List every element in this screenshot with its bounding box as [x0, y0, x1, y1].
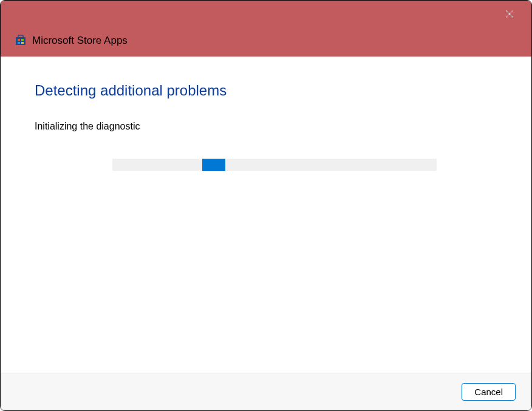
- cancel-button[interactable]: Cancel: [462, 383, 516, 401]
- svg-rect-2: [16, 37, 26, 45]
- close-icon: [505, 10, 514, 21]
- app-title: Microsoft Store Apps: [32, 35, 128, 47]
- svg-rect-6: [21, 42, 24, 44]
- page-heading: Detecting additional problems: [35, 82, 497, 99]
- footer: Cancel: [1, 373, 531, 410]
- svg-rect-3: [18, 39, 20, 41]
- progress-bar: [112, 159, 437, 171]
- progress-indicator: [202, 159, 225, 171]
- store-icon: [15, 35, 26, 46]
- content-area: Detecting additional problems Initializi…: [1, 57, 531, 373]
- titlebar: Microsoft Store Apps: [1, 1, 531, 57]
- svg-rect-4: [21, 39, 24, 41]
- status-text: Initializing the diagnostic: [35, 121, 497, 132]
- troubleshooter-window: Microsoft Store Apps Detecting additiona…: [0, 0, 532, 411]
- svg-rect-5: [18, 42, 20, 44]
- close-button[interactable]: [497, 5, 522, 25]
